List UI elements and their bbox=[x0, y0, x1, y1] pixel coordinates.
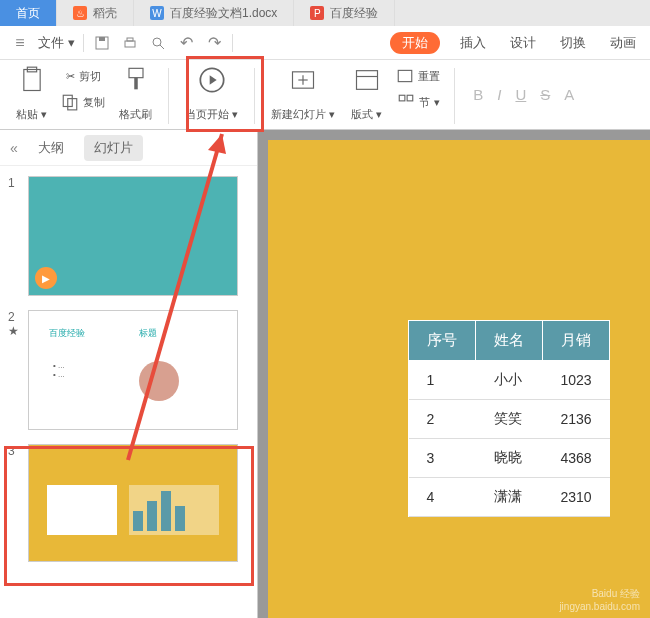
thumb-number: 2★ bbox=[8, 310, 20, 338]
svg-rect-3 bbox=[127, 38, 133, 41]
brush-icon bbox=[122, 66, 150, 94]
svg-rect-2 bbox=[125, 41, 135, 47]
font-a-button[interactable]: A bbox=[564, 86, 574, 103]
file-menu[interactable]: 文件▾ bbox=[38, 34, 75, 52]
word-icon: W bbox=[150, 6, 164, 20]
table-header: 月销 bbox=[543, 321, 610, 361]
table-header: 序号 bbox=[409, 321, 476, 361]
current-slide: 序号 姓名 月销 1小小1023 2笑笑2136 3晓晓4368 4潇潇2310 bbox=[268, 140, 650, 618]
collapse-icon[interactable]: « bbox=[10, 140, 18, 156]
menu-insert[interactable]: 插入 bbox=[456, 32, 490, 54]
reset-button[interactable]: 重置 bbox=[392, 64, 444, 88]
menu-start[interactable]: 开始 bbox=[390, 32, 440, 54]
play-icon: ▶ bbox=[35, 267, 57, 289]
section-button[interactable]: 节 ▾ bbox=[392, 90, 444, 114]
menu-transition[interactable]: 切换 bbox=[556, 32, 590, 54]
fire-icon: ♨ bbox=[73, 6, 87, 20]
slide-thumbnail-2[interactable]: 百度经验 标题 • ...• ... bbox=[28, 310, 238, 430]
svg-rect-10 bbox=[129, 68, 143, 77]
new-slide-icon bbox=[289, 66, 317, 94]
menu-design[interactable]: 设计 bbox=[506, 32, 540, 54]
slideshow-from-current-button[interactable]: 当页开始 ▾ bbox=[179, 64, 244, 124]
svg-rect-21 bbox=[407, 95, 413, 101]
clipboard-icon bbox=[18, 66, 46, 94]
chevron-down-icon: ▾ bbox=[68, 35, 75, 50]
preview-icon[interactable] bbox=[148, 33, 168, 53]
slide-thumbnail-1[interactable]: ▶ bbox=[28, 176, 238, 296]
paste-button[interactable]: 粘贴 ▾ bbox=[10, 64, 53, 124]
new-slide-button[interactable]: 新建幻灯片 ▾ bbox=[265, 64, 341, 124]
svg-rect-1 bbox=[99, 37, 105, 41]
document-tabs: 首页 ♨稻壳 W百度经验文档1.docx P百度经验 bbox=[0, 0, 650, 26]
tab-ppt[interactable]: P百度经验 bbox=[294, 0, 395, 26]
workspace: « 大纲 幻灯片 1 ▶ 2★ 百度经验 标题 • ...• ... bbox=[0, 130, 650, 618]
svg-rect-6 bbox=[23, 70, 39, 91]
tab-daoke[interactable]: ♨稻壳 bbox=[57, 0, 134, 26]
table-row: 4潇潇2310 bbox=[409, 478, 610, 517]
slide-thumbnail-3[interactable] bbox=[28, 444, 238, 562]
ppt-icon: P bbox=[310, 6, 324, 20]
svg-rect-19 bbox=[399, 70, 413, 81]
thumb-number: 1 bbox=[8, 176, 20, 190]
data-table: 序号 姓名 月销 1小小1023 2笑笑2136 3晓晓4368 4潇潇2310 bbox=[408, 320, 610, 517]
svg-marker-13 bbox=[209, 75, 216, 84]
ribbon: 粘贴 ▾ ✂剪切 复制 格式刷 当页开始 ▾ 新建幻灯片 ▾ 版式 ▾ 重置 节… bbox=[0, 60, 650, 130]
table-header: 姓名 bbox=[476, 321, 543, 361]
italic-button[interactable]: I bbox=[497, 86, 501, 103]
redo-icon[interactable]: ↷ bbox=[204, 33, 224, 53]
menu-animation[interactable]: 动画 bbox=[606, 32, 640, 54]
thumb-number: 3 bbox=[8, 444, 20, 458]
table-row: 3晓晓4368 bbox=[409, 439, 610, 478]
undo-icon[interactable]: ↶ bbox=[176, 33, 196, 53]
cut-button[interactable]: ✂剪切 bbox=[57, 64, 109, 88]
section-icon bbox=[397, 93, 415, 111]
strike-button[interactable]: S bbox=[540, 86, 550, 103]
format-painter-button[interactable]: 格式刷 bbox=[113, 64, 158, 124]
save-icon[interactable] bbox=[92, 33, 112, 53]
layout-button[interactable]: 版式 ▾ bbox=[345, 64, 388, 124]
outline-tab[interactable]: 大纲 bbox=[28, 135, 74, 161]
svg-point-4 bbox=[153, 38, 161, 46]
layout-icon bbox=[353, 66, 381, 94]
slide-panel: « 大纲 幻灯片 1 ▶ 2★ 百度经验 标题 • ...• ... bbox=[0, 130, 258, 618]
print-icon[interactable] bbox=[120, 33, 140, 53]
svg-rect-17 bbox=[356, 71, 377, 90]
quick-toolbar: ≡ 文件▾ ↶ ↷ 开始 插入 设计 切换 动画 bbox=[0, 26, 650, 60]
underline-button[interactable]: U bbox=[515, 86, 526, 103]
slides-tab[interactable]: 幻灯片 bbox=[84, 135, 143, 161]
table-row: 1小小1023 bbox=[409, 361, 610, 400]
copy-icon bbox=[61, 93, 79, 111]
table-row: 2笑笑2136 bbox=[409, 400, 610, 439]
reset-icon bbox=[396, 67, 414, 85]
tab-doc[interactable]: W百度经验文档1.docx bbox=[134, 0, 294, 26]
bold-button[interactable]: B bbox=[473, 86, 483, 103]
menu-icon[interactable]: ≡ bbox=[10, 33, 30, 53]
watermark: Baidu 经验 jingyan.baidu.com bbox=[559, 587, 640, 612]
slide-canvas[interactable]: 序号 姓名 月销 1小小1023 2笑笑2136 3晓晓4368 4潇潇2310… bbox=[258, 130, 650, 618]
scissors-icon: ✂ bbox=[66, 70, 75, 83]
play-circle-icon bbox=[198, 66, 226, 94]
tab-home[interactable]: 首页 bbox=[0, 0, 57, 26]
copy-button[interactable]: 复制 bbox=[57, 90, 109, 114]
svg-rect-20 bbox=[399, 95, 405, 101]
svg-line-5 bbox=[160, 45, 164, 49]
